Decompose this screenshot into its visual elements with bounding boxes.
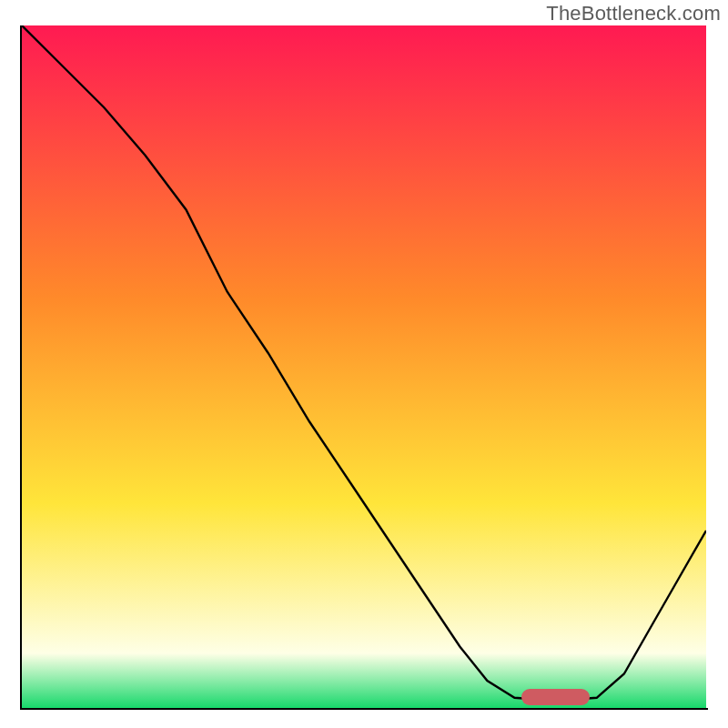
watermark-label: TheBottleneck.com [546,2,721,25]
chart-stage: TheBottleneck.com [0,0,728,728]
chart-plot [22,25,706,708]
gradient-background [22,25,706,708]
sweet-spot-marker [521,689,590,705]
